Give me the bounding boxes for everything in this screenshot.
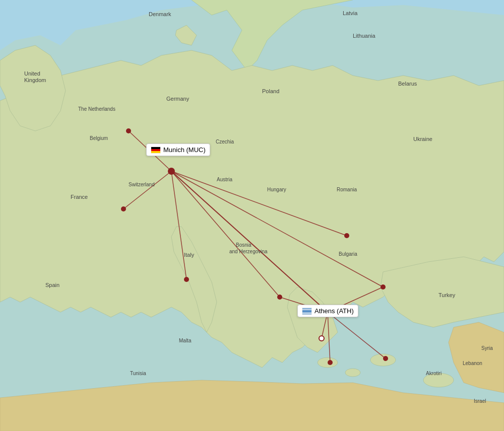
svg-text:Hungary: Hungary [267,187,286,192]
svg-point-23 [328,360,333,365]
svg-point-22 [381,284,386,290]
map-container: United Kingdom Denmark Latvia Lithuania … [0,0,504,431]
svg-point-26 [168,168,175,175]
svg-point-18 [121,206,126,211]
svg-text:Bulgaria: Bulgaria [339,251,357,257]
svg-text:Bosnia: Bosnia [236,242,251,248]
svg-point-20 [277,295,282,300]
svg-point-24 [383,356,388,361]
munich-city-name: Munich (MUC) [163,146,206,154]
svg-text:and Herzegovina: and Herzegovina [229,249,268,254]
svg-text:Kingdom: Kingdom [24,77,46,83]
svg-text:The Netherlands: The Netherlands [78,106,115,112]
svg-text:Switzerland: Switzerland [129,182,155,187]
svg-text:Akrotiri: Akrotiri [426,371,442,376]
svg-text:Lebanon: Lebanon [463,361,482,366]
svg-text:Belgium: Belgium [90,135,108,141]
svg-text:France: France [71,194,88,200]
svg-text:Belarus: Belarus [398,81,417,87]
svg-text:Czechia: Czechia [216,139,234,145]
svg-point-21 [344,233,349,238]
svg-text:Ukraine: Ukraine [413,136,432,142]
svg-text:Denmark: Denmark [149,11,171,17]
svg-text:Malta: Malta [179,338,192,343]
athens-city-name: Athens (ATH) [314,307,354,315]
svg-text:Syria: Syria [481,345,493,351]
svg-text:Israel: Israel [474,398,486,404]
svg-text:Turkey: Turkey [438,292,456,298]
greece-flag [302,308,312,315]
svg-text:Lithuania: Lithuania [353,33,376,39]
svg-text:Italy: Italy [184,252,195,258]
svg-text:Tunisia: Tunisia [130,371,146,376]
germany-flag [151,147,161,154]
svg-point-3 [345,369,360,377]
svg-text:Germany: Germany [166,96,190,102]
svg-text:United: United [24,70,40,77]
map-svg: United Kingdom Denmark Latvia Lithuania … [0,0,504,431]
svg-point-2 [370,354,396,366]
svg-point-25 [319,336,324,341]
athens-label[interactable]: Athens (ATH) [297,305,358,317]
svg-text:Poland: Poland [262,88,279,94]
svg-text:Austria: Austria [217,177,233,182]
svg-text:Romania: Romania [337,187,357,192]
svg-text:Spain: Spain [45,282,59,288]
munich-label[interactable]: Munich (MUC) [146,143,210,156]
svg-point-19 [184,277,189,282]
svg-text:Latvia: Latvia [343,10,358,16]
svg-point-17 [126,128,131,133]
